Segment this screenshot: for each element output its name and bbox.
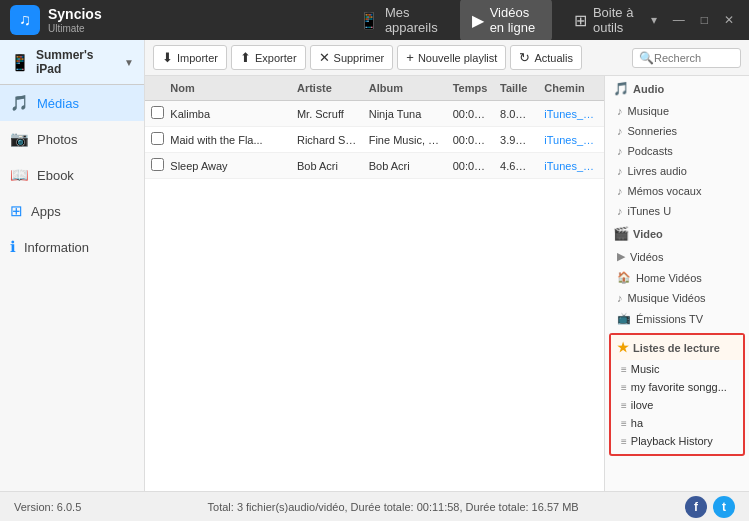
rp-item-emissions[interactable]: 📺 Émissions TV [605,308,749,329]
rp-label-itunes-u: iTunes U [628,205,672,217]
rp-label-musique: Musique [628,105,670,117]
playlist-item-favorite[interactable]: ≡ my favorite songg... [611,378,743,396]
playlist-label-ilove: ilove [631,399,654,411]
playlist-icon: + [406,50,414,65]
playlist-label-music: Music [631,363,660,375]
sidebar-item-medias[interactable]: 🎵 Médias [0,85,144,121]
rp-item-sonneries[interactable]: ♪ Sonneries [605,121,749,141]
photos-icon: 📷 [10,130,29,148]
sidebar-item-photos[interactable]: 📷 Photos [0,121,144,157]
refresh-button[interactable]: ↻ Actualis [510,45,582,70]
playlist-favorite-icon: ≡ [621,382,627,393]
content-area: Nom Artiste Album Temps Taille Chemin Ka… [145,76,604,521]
playlist-label: Nouvelle playlist [418,52,497,64]
table-row[interactable]: Maid with the Fla... Richard Stoltz... F… [145,127,604,153]
row-album-1: Ninja Tuna [363,106,447,122]
sidebar-label-medias: Médias [37,96,79,111]
social-links: f t [685,496,735,518]
rp-item-videos[interactable]: ▶ Vidéos [605,246,749,267]
row-artiste-3: Bob Acri [291,158,363,174]
refresh-icon: ↻ [519,50,530,65]
restore-button[interactable]: □ [696,11,713,29]
playlist-section-header: ★ Listes de lecture [611,335,743,360]
tab-devices-label: Mes appareils [385,5,438,35]
title-bar: ♫ Syncios Ultimate 📱 Mes appareils ▶ Vid… [0,0,749,40]
delete-button[interactable]: ✕ Supprimer [310,45,394,70]
playlist-ilove-icon: ≡ [621,400,627,411]
device-name: Summer's iPad [36,48,118,76]
rp-label-emissions: Émissions TV [636,313,703,325]
device-arrow-icon: ▼ [124,57,134,68]
import-icon: ⬇ [162,50,173,65]
total-text: Total: 3 fichier(s)audio/vidéo, Durée to… [101,501,685,513]
tab-videos[interactable]: ▶ Vidéos en ligne [460,0,552,41]
col-header-nom: Nom [164,80,291,96]
tab-tools[interactable]: ⊞ Boite à outils [562,0,646,41]
rp-label-videos: Vidéos [630,251,663,263]
home-videos-icon: 🏠 [617,271,631,284]
playlist-item-ilove[interactable]: ≡ ilove [611,396,743,414]
sidebar-item-information[interactable]: ℹ Information [0,229,144,265]
medias-icon: 🎵 [10,94,29,112]
table-row[interactable]: Sleep Away Bob Acri Bob Acri 00:03:20 4.… [145,153,604,179]
version-text: Version: 6.0.5 [14,501,81,513]
row-check-1[interactable] [145,104,164,123]
col-header-taille: Taille [494,80,538,96]
row-chemin-2: iTunes_Contr... [538,132,604,148]
playlist-ha-icon: ≡ [621,418,627,429]
sidebar-item-apps[interactable]: ⊞ Apps [0,193,144,229]
import-button[interactable]: ⬇ Importer [153,45,227,70]
podcasts-icon: ♪ [617,145,623,157]
row-taille-2: 3.92 MB [494,132,538,148]
delete-icon: ✕ [319,50,330,65]
device-header[interactable]: 📱 Summer's iPad ▼ [0,40,144,85]
playlist-item-history[interactable]: ≡ Playback History [611,432,743,450]
menu-button[interactable]: ▾ [646,11,662,29]
row-check-3[interactable] [145,156,164,175]
col-header-artiste: Artiste [291,80,363,96]
twitter-button[interactable]: t [713,496,735,518]
facebook-button[interactable]: f [685,496,707,518]
rp-item-music-videos[interactable]: ♪ Musique Vidéos [605,288,749,308]
app-title: Syncios [48,6,347,23]
rp-label-memos: Mémos vocaux [628,185,702,197]
rp-label-podcasts: Podcasts [628,145,673,157]
playlist-section: ★ Listes de lecture ≡ Music ≡ my favorit… [609,333,745,456]
close-button[interactable]: ✕ [719,11,739,29]
row-check-2[interactable] [145,130,164,149]
export-button[interactable]: ⬆ Exporter [231,45,306,70]
rp-item-musique[interactable]: ♪ Musique [605,101,749,121]
playlist-label-ha: ha [631,417,643,429]
sidebar-item-ebook[interactable]: 📖 Ebook [0,157,144,193]
right-panel: 🎵 Audio ♪ Musique ♪ Sonneries ♪ Podcasts… [604,76,749,521]
audio-title-label: Audio [633,83,664,95]
tab-devices[interactable]: 📱 Mes appareils [347,0,450,41]
rp-item-itunes-u[interactable]: ♪ iTunes U [605,201,749,221]
table-row[interactable]: Kalimba Mr. Scruff Ninja Tuna 00:05:48 8… [145,101,604,127]
col-header-check [145,80,164,96]
video-section-icon: 🎬 [613,226,629,241]
sidebar-label-information: Information [24,240,89,255]
rp-item-livres[interactable]: ♪ Livres audio [605,161,749,181]
export-icon: ⬆ [240,50,251,65]
row-nom-2: Maid with the Fla... [164,132,291,148]
app-logo: ♫ [10,5,40,35]
playlist-item-music[interactable]: ≡ Music [611,360,743,378]
memos-icon: ♪ [617,185,623,197]
rp-label-home-videos: Home Vidéos [636,272,702,284]
playlist-button[interactable]: + Nouvelle playlist [397,45,506,70]
rp-item-home-videos[interactable]: 🏠 Home Vidéos [605,267,749,288]
playlist-title-label: Listes de lecture [633,342,720,354]
row-taille-1: 8.02 MB [494,106,538,122]
app-title-block: Syncios Ultimate [48,6,347,34]
content-row: Nom Artiste Album Temps Taille Chemin Ka… [145,76,749,521]
minimize-button[interactable]: — [668,11,690,29]
search-input[interactable] [654,52,734,64]
rp-item-podcasts[interactable]: ♪ Podcasts [605,141,749,161]
row-artiste-2: Richard Stoltz... [291,132,363,148]
rp-item-memos[interactable]: ♪ Mémos vocaux [605,181,749,201]
row-temps-1: 00:05:48 [447,106,494,122]
tab-videos-label: Vidéos en ligne [490,5,540,35]
playlist-item-ha[interactable]: ≡ ha [611,414,743,432]
apps-icon: ⊞ [10,202,23,220]
